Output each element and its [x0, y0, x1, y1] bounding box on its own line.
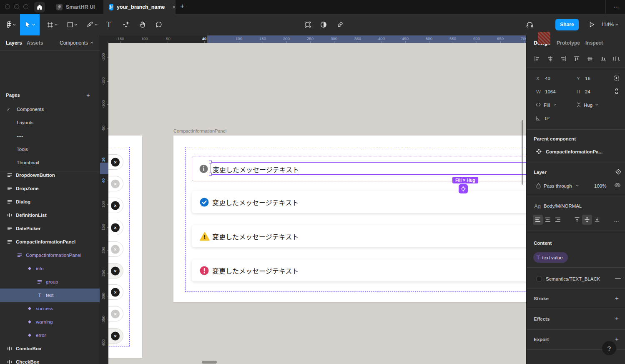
maximize-window-button[interactable] — [23, 4, 28, 9]
new-tab-button[interactable]: + — [180, 2, 184, 10]
text-valign-middle-icon[interactable] — [585, 217, 590, 223]
text-valign-bottom-icon[interactable] — [595, 217, 600, 223]
selection-handle[interactable] — [209, 173, 212, 176]
tab-your-branch-name[interactable]: your_branch_name × — [103, 0, 176, 14]
message-row-success[interactable]: 変更したメッセージテキスト — [192, 191, 526, 213]
comment-tool-button[interactable] — [151, 14, 167, 35]
share-button[interactable]: Share — [555, 19, 579, 30]
layer-row-dialog[interactable]: Dialog — [0, 195, 100, 208]
canvas[interactable]: ××××××××× CompactInformationPanel 変更したメッ… — [108, 43, 526, 364]
layer-row-text[interactable]: Ttext — [0, 289, 100, 302]
tab-inspect[interactable]: Inspect — [585, 35, 603, 50]
height-input[interactable]: 24 — [585, 89, 590, 94]
more-menu-button[interactable]: ⋯ — [613, 3, 620, 10]
autolayout-target-button[interactable] — [459, 184, 468, 193]
page-item-----[interactable]: ---- — [0, 129, 100, 143]
component-tool-button[interactable] — [118, 14, 133, 35]
home-button[interactable] — [34, 2, 45, 13]
layer-row-error[interactable]: error — [0, 329, 100, 342]
close-window-button[interactable] — [5, 4, 10, 9]
layer-style-icon[interactable] — [615, 169, 622, 175]
layer-row-info[interactable]: info — [0, 262, 100, 275]
selection-handle[interactable] — [209, 161, 212, 163]
pen-tool-button[interactable] — [83, 14, 102, 35]
page-item-thumbnail[interactable]: Thumbnail — [0, 156, 100, 169]
layer-row-success[interactable]: success — [0, 302, 100, 315]
align-bottom-icon[interactable] — [600, 56, 606, 62]
layer-row-datepicker[interactable]: DatePicker — [0, 222, 100, 235]
frame-tool-button[interactable] — [43, 14, 62, 35]
page-item-components[interactable]: ✓Components — [0, 103, 100, 116]
layer-row-checkbox[interactable]: CheckBox — [0, 355, 100, 364]
minimize-window-button[interactable] — [14, 4, 19, 9]
x-input[interactable]: 40 — [545, 76, 550, 81]
message-text[interactable]: 変更したメッセージテキスト — [213, 164, 299, 175]
help-button[interactable]: ? — [602, 341, 616, 355]
present-button[interactable] — [585, 14, 598, 35]
color-swatch[interactable] — [536, 276, 542, 282]
opacity-input[interactable]: 100% — [594, 183, 606, 188]
text-align-center-icon[interactable] — [545, 217, 551, 222]
constrain-proportions-icon[interactable] — [614, 88, 619, 95]
move-tool-button[interactable] — [20, 14, 40, 35]
text-style-row[interactable]: Ag Body/M/NORMAL — [527, 202, 625, 210]
tab-layers[interactable]: Layers — [6, 35, 22, 50]
horizontal-resizing-select[interactable]: Fill — [544, 103, 550, 108]
layer-row-dropdownbutton[interactable]: DropdownButton — [0, 171, 100, 182]
text-align-left-icon[interactable] — [535, 217, 541, 222]
align-top-icon[interactable] — [574, 56, 580, 62]
tab-components-page[interactable]: Components — [60, 35, 88, 50]
message-row-error[interactable]: 変更したメッセージテキスト — [192, 259, 526, 281]
add-export-button[interactable]: + — [615, 335, 619, 342]
remove-fill-button[interactable]: — — [615, 274, 621, 281]
parent-component-row[interactable]: CompactInformationPa... — [527, 148, 625, 156]
frame-title[interactable]: CompactInformationPanel — [173, 128, 226, 133]
fill-style-row[interactable]: Semantics/TEXT_BLACK — — [527, 275, 625, 283]
align-left-icon[interactable] — [534, 56, 540, 62]
content-property-chip[interactable]: T text value — [533, 252, 568, 263]
layer-row-warning[interactable]: warning — [0, 315, 100, 329]
align-horizontal-center-icon[interactable] — [547, 56, 553, 62]
layer-row-combobox[interactable]: ComboBox — [0, 342, 100, 355]
text-valign-top-icon[interactable] — [575, 217, 580, 223]
align-right-icon[interactable] — [560, 56, 566, 62]
edit-position-icon[interactable] — [613, 75, 620, 81]
edit-object-button[interactable] — [302, 14, 314, 35]
audio-call-button[interactable] — [524, 14, 535, 35]
rotation-input[interactable]: 0° — [545, 116, 550, 121]
blend-mode-select[interactable]: Pass through — [544, 183, 572, 188]
hand-tool-button[interactable] — [134, 14, 150, 35]
more-text-options-icon[interactable]: … — [614, 217, 620, 223]
distribute-icon[interactable] — [612, 56, 620, 62]
layer-row-group[interactable]: group — [0, 275, 100, 289]
zoom-menu[interactable]: 114% — [601, 14, 618, 35]
page-item-tools[interactable]: Tools — [0, 143, 100, 156]
layer-row-dropzone[interactable]: DropZone — [0, 182, 100, 195]
tab-assets[interactable]: Assets — [27, 35, 43, 50]
main-menu-button[interactable] — [3, 14, 19, 35]
align-vertical-center-icon[interactable] — [587, 56, 593, 62]
add-page-button[interactable]: + — [86, 91, 90, 98]
add-stroke-button[interactable]: + — [615, 294, 619, 301]
add-effect-button[interactable]: + — [615, 315, 619, 322]
page-item-layouts[interactable]: Layouts — [0, 116, 100, 129]
canvas-vertical-scrollbar[interactable] — [522, 120, 523, 185]
mask-button[interactable] — [318, 14, 329, 35]
width-input[interactable]: 1064 — [545, 89, 556, 94]
close-tab-icon[interactable]: × — [172, 4, 176, 10]
text-align-right-icon[interactable] — [555, 217, 561, 222]
link-button[interactable] — [334, 14, 346, 35]
user-avatar[interactable] — [538, 32, 550, 44]
layer-row-compactinformationpanel[interactable]: CompactInformationPanel — [0, 249, 100, 262]
y-input[interactable]: 16 — [585, 76, 590, 81]
eye-icon[interactable] — [614, 183, 621, 188]
tab-prototype[interactable]: Prototype — [557, 35, 580, 50]
shape-tool-button[interactable] — [63, 14, 82, 35]
vertical-resizing-select[interactable]: Hug — [584, 103, 592, 108]
text-tool-button[interactable]: T — [103, 14, 115, 35]
layer-row-definitionlist[interactable]: DefinitionList — [0, 208, 100, 222]
message-row-warning[interactable]: 変更したメッセージテキスト — [192, 225, 526, 247]
tab-smarthr-ui[interactable]: SmartHR UI — [50, 0, 103, 14]
layer-row-compactinformationpanel[interactable]: CompactInformationPanel — [0, 235, 100, 249]
canvas-horizontal-scrollbar[interactable] — [202, 361, 217, 364]
